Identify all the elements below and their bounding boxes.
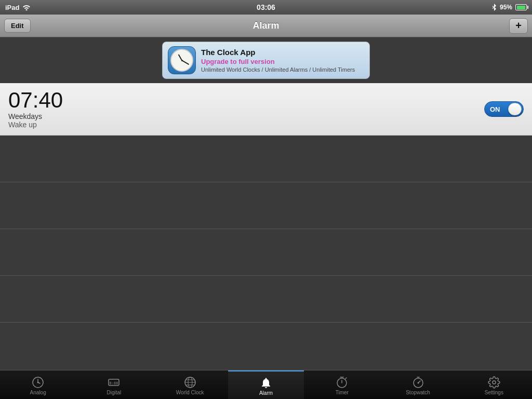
tab-analog-label: Analog <box>30 390 46 395</box>
svg-text:8:88: 8:88 <box>110 381 118 385</box>
settings-icon <box>488 376 500 389</box>
carrier-label: iPad <box>5 4 19 11</box>
alarm-toggle[interactable]: ON <box>484 101 524 117</box>
tab-bar: Analog 8:88 Digital World Clock Alarm <box>0 370 532 399</box>
tab-stopwatch[interactable]: Stopwatch <box>380 370 456 399</box>
digital-icon: 8:88 <box>108 376 120 389</box>
status-left: iPad <box>5 4 31 11</box>
main-content: The Clock App Upgrade to full version Un… <box>0 37 532 370</box>
status-right: 95% <box>491 4 527 11</box>
tab-digital[interactable]: 8:88 Digital <box>76 370 152 399</box>
ad-upgrade-text: Upgrade to full version <box>201 58 364 65</box>
empty-alarm-row-2 <box>0 182 532 229</box>
empty-alarm-row-3 <box>0 229 532 276</box>
svg-point-19 <box>493 381 496 384</box>
alarm-tab-icon <box>260 377 272 389</box>
ad-features-text: Unlimited World Clocks / Unlimited Alarm… <box>201 66 364 73</box>
ad-banner[interactable]: The Clock App Upgrade to full version Un… <box>162 42 370 79</box>
battery-icon <box>515 4 527 10</box>
tab-timer-label: Timer <box>336 390 349 395</box>
svg-point-18 <box>417 382 419 384</box>
tab-timer[interactable]: Timer <box>304 370 380 399</box>
tab-world-clock-label: World Clock <box>176 390 204 395</box>
world-clock-icon <box>184 376 196 389</box>
battery-percentage: 95% <box>500 4 512 11</box>
status-time: 03:06 <box>257 3 275 11</box>
app-icon <box>168 46 196 74</box>
tab-world-clock[interactable]: World Clock <box>152 370 228 399</box>
alarm-days: Weekdays <box>8 112 63 121</box>
tab-analog[interactable]: Analog <box>0 370 76 399</box>
ad-text: The Clock App Upgrade to full version Un… <box>201 48 364 73</box>
wifi-icon <box>22 4 31 10</box>
bluetooth-icon <box>491 4 497 11</box>
ad-app-name: The Clock App <box>201 48 364 57</box>
svg-line-14 <box>345 378 347 379</box>
svg-point-3 <box>37 382 39 383</box>
empty-alarm-row-4 <box>0 276 532 323</box>
alarm-label: Wake up <box>8 121 63 129</box>
stopwatch-icon <box>412 376 424 389</box>
edit-button[interactable]: Edit <box>4 19 31 33</box>
tab-stopwatch-label: Stopwatch <box>406 390 430 395</box>
empty-alarm-row-1 <box>0 136 532 182</box>
alarm-time: 07:40 <box>8 89 63 111</box>
analog-icon <box>32 376 44 389</box>
alarm-item[interactable]: 07:40 Weekdays Wake up ON <box>0 83 532 136</box>
timer-icon <box>336 376 348 389</box>
alarm-info: 07:40 Weekdays Wake up <box>8 89 63 129</box>
nav-bar: Edit Alarm + <box>0 15 532 37</box>
alarm-list: 07:40 Weekdays Wake up ON <box>0 83 532 323</box>
nav-title: Alarm <box>252 20 279 31</box>
tab-alarm-label: Alarm <box>259 390 273 396</box>
tab-settings[interactable]: Settings <box>456 370 532 399</box>
toggle-on-label: ON <box>490 105 500 113</box>
tab-alarm[interactable]: Alarm <box>228 370 304 399</box>
status-bar: iPad 03:06 95% <box>0 0 532 15</box>
tab-settings-label: Settings <box>485 390 503 395</box>
add-alarm-button[interactable]: + <box>509 18 528 34</box>
tab-digital-label: Digital <box>107 390 122 395</box>
toggle-knob <box>508 103 522 115</box>
